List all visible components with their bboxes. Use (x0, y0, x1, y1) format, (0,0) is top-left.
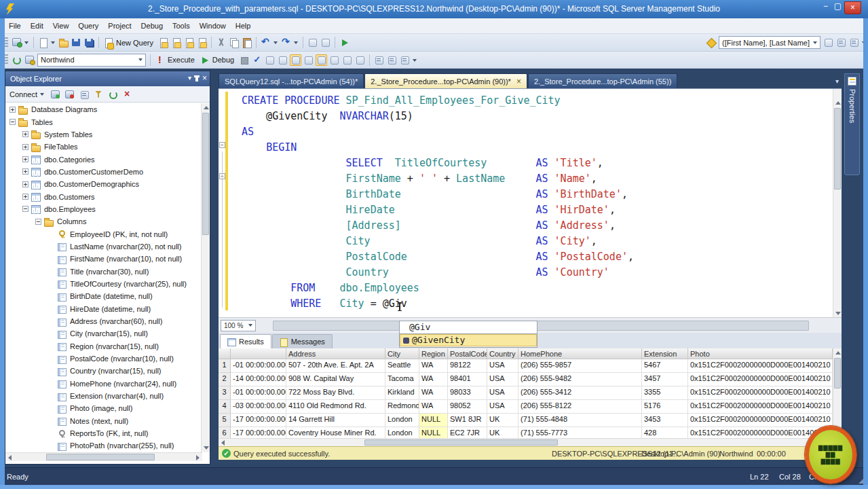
sql-code-editor[interactable]: − − CREATE PROCEDURE SP_Find_All_Employe… (219, 88, 842, 317)
grid-cell[interactable]: WA (419, 359, 448, 373)
expander-icon[interactable]: + (22, 131, 29, 137)
grid-cell[interactable]: 5 (219, 414, 231, 427)
copy-icon[interactable] (228, 37, 240, 48)
grid-cell[interactable]: 5467 (642, 359, 688, 373)
editor-vscrollbar[interactable] (833, 89, 842, 317)
grid-cell[interactable]: 14 Garrett Hill (286, 414, 385, 427)
expander-icon[interactable]: + (22, 181, 29, 187)
database-combo[interactable]: Northwind (37, 54, 146, 67)
grid-cell[interactable]: EC2 7JR (448, 427, 487, 438)
grid-cell[interactable]: 4 (219, 400, 231, 414)
grid-cell[interactable]: Tacoma (385, 373, 419, 386)
grid-column-header[interactable] (231, 348, 286, 359)
grid-cell[interactable]: 98122 (448, 359, 487, 373)
grid-cell[interactable]: -17 00:00:00.000 (231, 414, 286, 427)
debug-button[interactable]: Debug (211, 54, 238, 65)
grid-cell[interactable]: 1 (219, 359, 231, 373)
menu-tools[interactable]: Tools (168, 20, 195, 32)
chevron-down-icon[interactable]: ▾ (188, 74, 191, 82)
menu-query[interactable]: Query (73, 20, 103, 32)
comment-out-icon[interactable] (373, 54, 385, 66)
cut-icon[interactable] (215, 37, 227, 48)
grid-cell[interactable]: 0x151C2F00020000000D000E001400210 (688, 386, 833, 400)
grid-cell[interactable]: USA (487, 386, 518, 400)
grid-column-header[interactable]: City (385, 348, 419, 359)
object-explorer-vscrollbar[interactable] (201, 103, 210, 452)
include-actual-plan-icon[interactable] (303, 54, 314, 66)
grid-cell[interactable]: USA (487, 359, 518, 373)
grid-cell[interactable]: London (385, 427, 419, 438)
close-icon[interactable]: × (202, 75, 207, 82)
redo-icon[interactable] (280, 37, 292, 48)
grid-cell[interactable]: WA (419, 400, 448, 414)
navigate-backward-icon[interactable] (307, 37, 318, 48)
tree-item[interactable]: BirthDate (datetime, null) (5, 290, 202, 302)
tree-item[interactable]: +dbo.CustomerDemographics (5, 178, 202, 190)
grid-cell[interactable]: 3 (219, 386, 231, 400)
grid-cell[interactable]: 0x151C2F00020000000D000E001400210 (688, 400, 833, 414)
grid-cell[interactable]: (206) 555-9857 (518, 359, 642, 373)
tree-item[interactable]: EmployeeID (PK, int, not null) (5, 228, 202, 240)
tree-item[interactable]: HomePhone (nvarchar(24), null) (5, 378, 202, 390)
grid-column-header[interactable]: Photo (688, 348, 833, 359)
grid-cell[interactable]: 3355 (642, 386, 688, 400)
document-tab[interactable]: 2._Store_Procedure...top-PC\Admin (90))*… (364, 73, 527, 88)
tree-item[interactable]: LastName (nvarchar(20), not null) (5, 240, 202, 253)
grid-cell[interactable]: 2 (219, 373, 231, 386)
tree-item[interactable]: +dbo.Customers (5, 190, 202, 202)
properties-side-tab[interactable]: Properties (844, 73, 860, 175)
grid-cell[interactable]: 5176 (642, 400, 688, 414)
tree-item[interactable]: +dbo.CustomerCustomerDemo (5, 166, 202, 178)
redo-caret[interactable] (293, 37, 299, 48)
toolbar-grip[interactable] (5, 54, 8, 65)
grid-cell[interactable]: NULL (419, 414, 448, 427)
tree-item[interactable]: Country (nvarchar(15), null) (5, 365, 202, 377)
grid-cell[interactable]: 6 (219, 427, 231, 438)
new-file-icon[interactable] (37, 37, 49, 48)
grid-cell[interactable]: -01 00:00:00.000 (231, 359, 286, 373)
grid-cell[interactable]: -14 00:00:00.000 (231, 373, 286, 386)
outdent-icon[interactable] (399, 54, 411, 66)
undo-icon[interactable] (260, 37, 271, 48)
object-explorer-header[interactable]: Object Explorer ▾ × (5, 71, 210, 86)
expander-icon[interactable]: + (22, 194, 29, 200)
connect-caret[interactable] (40, 93, 44, 96)
grid-cell[interactable]: 4110 Old Redmond Rd. (286, 400, 385, 414)
query-options-icon[interactable] (277, 54, 288, 66)
maximize-button[interactable]: ▢ (832, 1, 844, 12)
database-engine-query-icon[interactable] (157, 37, 169, 48)
intellisense-suggestion[interactable]: @GivenCity (400, 334, 537, 346)
expander-icon[interactable]: + (22, 156, 29, 162)
expander-icon[interactable]: − (35, 219, 41, 225)
print-icon[interactable] (320, 37, 331, 48)
grid-cell[interactable]: -17 00:00:00.000 (231, 427, 286, 438)
find-icon[interactable] (823, 37, 834, 48)
tree-item[interactable]: Address (nvarchar(60), null) (5, 315, 202, 327)
available-databases-icon[interactable] (11, 54, 22, 66)
grid-column-header[interactable]: Address (286, 348, 385, 359)
grid-cell[interactable]: 908 W. Capital Way (286, 373, 385, 386)
tree-item[interactable]: City (nvarchar(15), null) (5, 327, 202, 340)
grid-cell[interactable]: NULL (419, 427, 448, 438)
zoom-level-combo[interactable]: 100 % (221, 320, 256, 331)
grid-cell[interactable]: 3453 (642, 414, 688, 427)
save-all-icon[interactable] (83, 37, 95, 48)
tree-item[interactable]: −Tables (5, 115, 202, 128)
new-query-icon[interactable] (102, 37, 114, 48)
toolbar2-options-caret[interactable] (412, 54, 418, 66)
save-icon[interactable] (71, 37, 82, 48)
expander-icon[interactable]: + (10, 107, 16, 113)
new-query-button[interactable]: New Query (115, 37, 157, 48)
mdx-query-icon[interactable] (183, 37, 195, 48)
object-explorer-hscrollbar[interactable] (5, 452, 202, 461)
tree-item[interactable]: Photo (image, null) (5, 402, 202, 414)
objects-icon[interactable] (79, 89, 90, 100)
tab-list-caret[interactable]: ▾ (835, 77, 839, 85)
include-client-statistics-icon[interactable] (316, 54, 327, 66)
tree-item[interactable]: FirstName (nvarchar(10), not null) (5, 253, 202, 265)
grid-cell[interactable]: UK (487, 414, 518, 427)
grid-cell[interactable]: London (385, 414, 419, 427)
new-file-caret[interactable] (50, 37, 56, 48)
tree-item[interactable]: Region (nvarchar(15), null) (5, 340, 202, 352)
editor-hscrollbar[interactable] (273, 321, 809, 331)
